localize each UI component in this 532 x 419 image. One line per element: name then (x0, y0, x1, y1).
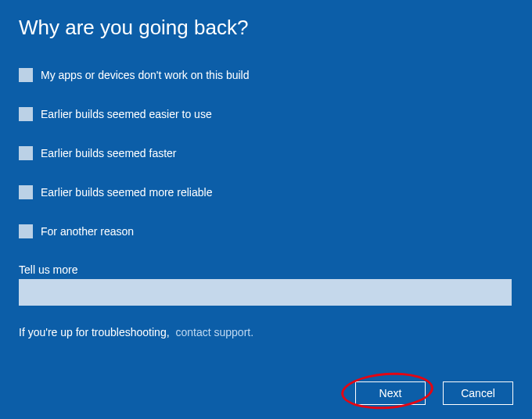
tell-more-label: Tell us more (19, 263, 513, 276)
option-row-0[interactable]: My apps or devices don't work on this bu… (19, 68, 513, 82)
checkbox-icon[interactable] (19, 224, 33, 238)
option-label: Earlier builds seemed faster (41, 147, 177, 159)
option-row-2[interactable]: Earlier builds seemed faster (19, 146, 513, 160)
option-label: Earlier builds seemed more reliable (41, 186, 212, 199)
option-label: My apps or devices don't work on this bu… (41, 69, 249, 81)
option-row-1[interactable]: Earlier builds seemed easier to use (19, 107, 513, 121)
tell-more-input[interactable] (19, 279, 512, 306)
option-label: For another reason (41, 225, 134, 238)
option-row-3[interactable]: Earlier builds seemed more reliable (19, 185, 513, 199)
option-row-4[interactable]: For another reason (19, 224, 513, 238)
next-button[interactable]: Next (355, 381, 426, 405)
checkbox-icon[interactable] (19, 146, 33, 160)
checkbox-icon[interactable] (19, 107, 33, 121)
contact-support-link[interactable]: contact support. (175, 326, 253, 338)
checkbox-icon[interactable] (19, 185, 33, 199)
troubleshoot-text: If you're up for troubleshooting, contac… (19, 326, 513, 338)
option-label: Earlier builds seemed easier to use (41, 108, 212, 120)
troubleshoot-prefix: If you're up for troubleshooting, (19, 326, 170, 338)
cancel-button[interactable]: Cancel (443, 381, 513, 405)
page-title: Why are you going back? (19, 16, 513, 40)
checkbox-icon[interactable] (19, 68, 33, 82)
